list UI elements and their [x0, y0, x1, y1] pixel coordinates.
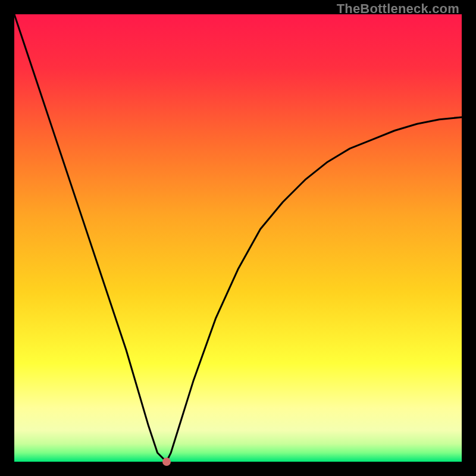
svg-rect-0	[14, 14, 462, 462]
optimal-point-marker	[162, 458, 171, 466]
gradient-background	[14, 14, 462, 462]
chart-frame	[14, 14, 462, 462]
watermark-text: TheBottleneck.com	[337, 1, 459, 17]
